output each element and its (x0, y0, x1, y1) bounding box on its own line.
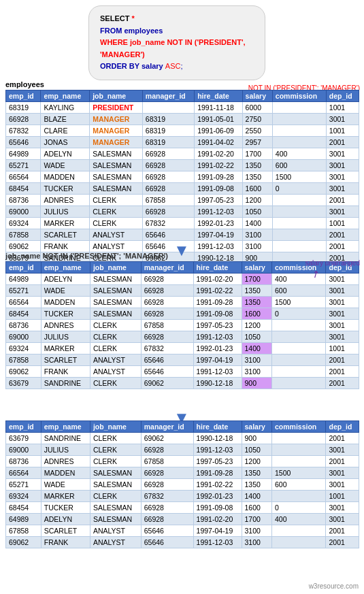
table-cell: 69324 (6, 491, 42, 502)
table-cell: 400 (272, 148, 326, 160)
table-cell: SALESMAN (90, 148, 143, 160)
table-cell: 67858 (6, 229, 41, 241)
table-cell: 63679 (6, 378, 42, 389)
table-cell: CLERK (90, 456, 141, 467)
table-cell: 69000 (6, 206, 41, 218)
table-cell (272, 354, 326, 366)
table-cell: TUCKER (41, 502, 90, 514)
table-cell: 1200 (242, 320, 272, 331)
col-header-commission: commission (272, 421, 326, 433)
table-cell: 6000 (242, 102, 272, 114)
table-cell: 3001 (326, 331, 359, 343)
table-cell: WADE (41, 479, 90, 491)
table-cell: 0 (272, 183, 326, 195)
table-cell: 1001 (326, 491, 359, 502)
table-cell: 1600 (242, 502, 272, 514)
table-cell: TUCKER (41, 183, 90, 195)
table-cell: SALESMAN (90, 467, 141, 479)
table-cell (272, 114, 326, 125)
table-cell: 900 (242, 378, 272, 389)
table-cell: 3100 (242, 525, 272, 537)
col-header-emp_name: emp_name (41, 421, 90, 433)
table-cell: 3001 (326, 444, 359, 456)
table-cell: 1990-12-18 (193, 378, 242, 389)
table-cell (272, 241, 326, 252)
table-cell (272, 433, 326, 444)
table-cell: 68319 (142, 125, 194, 137)
table-row: 69324MARKERCLERK678321992-01-2314001001 (6, 343, 359, 354)
sql-star: * (129, 14, 134, 22)
table-cell: 1500 (272, 467, 326, 479)
table-cell: 1991-09-08 (193, 502, 242, 514)
table1-label: employees (5, 80, 359, 88)
table-cell: 2001 (326, 537, 359, 548)
table-cell: 1350 (242, 160, 272, 171)
sql-where-cont: 'MANAGER') (100, 50, 145, 59)
table-cell: ADNRES (41, 195, 90, 206)
table-cell: 3001 (326, 320, 359, 331)
table-cell: 3001 (326, 171, 359, 183)
table-cell (272, 525, 326, 537)
table-cell: 0 (272, 502, 326, 514)
table-cell: 1350 (242, 297, 272, 308)
table-cell: 66564 (6, 467, 42, 479)
col-header-manager_id: manager_id (142, 90, 194, 102)
table-row: 69324MARKERCLERK678321992-01-2314001001 (6, 491, 359, 502)
table-cell: 1991-09-08 (195, 183, 242, 195)
table-cell: 1991-04-02 (195, 137, 242, 148)
table-cell: 1991-12-03 (193, 331, 242, 343)
table-cell: ANALYST (90, 229, 143, 241)
table-cell: 2750 (242, 114, 272, 125)
table-cell: 1991-02-20 (193, 274, 242, 285)
table-cell: ANALYST (90, 241, 143, 252)
table-row: 68736ADNRESCLERK678581997-05-2312003001 (6, 320, 359, 331)
table-cell: 600 (272, 285, 326, 297)
table-cell: 66928 (141, 331, 193, 343)
table-cell: 65646 (141, 366, 193, 378)
watermark: w3resource.com (309, 582, 359, 590)
table-cell: 2001 (326, 241, 359, 252)
table-cell: 1991-09-08 (193, 308, 242, 320)
table-cell: 1991-09-28 (193, 297, 242, 308)
table-cell: 3001 (326, 183, 359, 195)
table-cell: 1500 (272, 171, 326, 183)
table-cell: 66928 (141, 502, 193, 514)
salary-unarranged-label: salary unarranged (305, 259, 360, 267)
table-cell (272, 320, 326, 331)
table-cell (272, 102, 326, 114)
table-cell: SALESMAN (90, 285, 141, 297)
table-cell: 1997-04-19 (195, 229, 242, 241)
col-header-hire_date: hire_date (193, 262, 242, 274)
table-cell: 66928 (142, 206, 194, 218)
table-cell (272, 206, 326, 218)
table-cell: 67858 (6, 354, 42, 366)
table-cell: JULIUS (41, 206, 90, 218)
table-cell: 69062 (141, 378, 193, 389)
table-cell: 3001 (326, 274, 359, 285)
sql-select: SELECT (100, 14, 129, 22)
table-cell: 1991-09-28 (193, 467, 242, 479)
table-cell (272, 229, 326, 241)
table-cell: 67858 (142, 195, 194, 206)
table-cell: 66928 (142, 183, 194, 195)
table-cell: ANALYST (90, 537, 141, 548)
table-row: 67858SCARLETANALYST656461997-04-19310020… (6, 354, 359, 366)
table-cell: SCARLET (41, 354, 90, 366)
table-row: 68736ADNRESCLERK678581997-05-2312002001 (6, 456, 359, 467)
table-cell: 1400 (242, 491, 272, 502)
table-cell: 66928 (142, 148, 194, 160)
table-cell: 67858 (6, 525, 42, 537)
table-cell (272, 137, 326, 148)
table-cell: ANALYST (90, 354, 141, 366)
table-cell: 1997-05-23 (195, 195, 242, 206)
table-row: 65271WADESALESMAN669281991-02-2213506003… (6, 285, 359, 297)
sorted-table: emp_idemp_namejob_namemanager_idhire_dat… (5, 420, 359, 548)
table-cell: 1990-12-18 (193, 433, 242, 444)
table-cell: 1992-01-23 (193, 343, 242, 354)
table-row: 69000JULIUSCLERK669281991-12-0310503001 (6, 444, 359, 456)
table-row: 69000JULIUSCLERK669281991-12-0310503001 (6, 206, 359, 218)
table-cell: 68319 (142, 137, 194, 148)
table-row: 66928BLAZEMANAGER683191991-05-0127503001 (6, 114, 359, 125)
table-cell: 1001 (326, 218, 359, 229)
table-cell: 3001 (326, 297, 359, 308)
